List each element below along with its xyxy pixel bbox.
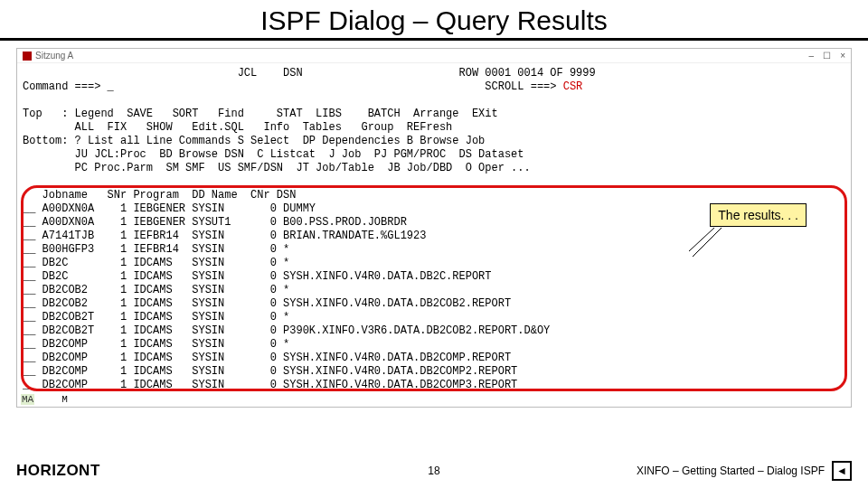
callout-box: The results. . . (710, 203, 807, 227)
slide-root: ISPF Dialog – Query Results Sitzung A – … (0, 0, 868, 488)
scroll-label: SCROLL ===> (485, 80, 562, 93)
close-button[interactable]: × (840, 51, 845, 61)
hdr-dsn-label: DSN (283, 67, 303, 80)
scroll-value[interactable]: CSR (563, 80, 583, 93)
bottom-actions-2[interactable]: JU JCL:Proc BD Browse DSN C Listcat J Jo… (23, 148, 524, 161)
table-row[interactable]: __ DB2COMP 1 IDCAMS SYSIN 0 SYSH.XINFO.V… (23, 352, 511, 364)
callout-text: The results. . . (718, 208, 798, 222)
table-row[interactable]: __ DB2C 1 IDCAMS SYSIN 0 * (23, 257, 289, 269)
session-label: Sitzung A (35, 51, 73, 61)
brand-label: HORIZONT (16, 462, 100, 480)
status-ma: MA (21, 394, 34, 405)
bottom-actions-3[interactable]: PC Proc.Parm SM SMF US SMF/DSN JT Job/Ta… (23, 162, 531, 174)
table-row[interactable]: __ DB2C 1 IDCAMS SYSIN 0 SYSH.XINFO.V4R0… (23, 270, 491, 283)
row-info: ROW 0001 0014 OF 9999 (459, 67, 596, 80)
slide-title: ISPF Dialog – Query Results (0, 0, 868, 38)
maximize-button[interactable]: ☐ (823, 51, 831, 61)
bottom-actions-1[interactable]: Bottom: ? List all Line Commands S Selec… (23, 135, 485, 147)
footer-caption: XINFO – Getting Started – Dialog ISPF (637, 465, 825, 477)
table-row[interactable]: __ DB2COB2 1 IDCAMS SYSIN 0 SYSH.XINFO.V… (23, 297, 511, 310)
status-bar: MA M (17, 394, 851, 407)
minimize-button[interactable]: – (809, 51, 815, 61)
column-headers: Jobname SNr Program DD Name CNr DSN (23, 189, 296, 202)
terminal-body: JCL DSN ROW 0001 0014 OF 9999 Command ==… (17, 63, 851, 394)
table-row[interactable]: __ B00HGFP3 1 IEFBR14 SYSIN 0 * (23, 243, 289, 256)
title-rule (0, 38, 868, 41)
table-row[interactable]: __ DB2COMP 1 IDCAMS SYSIN 0 * (23, 338, 289, 351)
callout-tail-icon (687, 226, 723, 262)
table-row[interactable]: __ DB2COB2T 1 IDCAMS SYSIN 0 P390K.XINFO… (23, 324, 550, 337)
prev-slide-icon[interactable]: ◄ (832, 461, 852, 481)
session-icon (23, 52, 32, 61)
table-row[interactable]: __ A00DXN0A 1 IEBGENER SYSUT1 0 B00.PSS.… (23, 216, 407, 229)
hdr-jcl-label: JCL (238, 67, 258, 80)
slide-footer: HORIZONT 18 XINFO – Getting Started – Di… (0, 461, 868, 481)
table-row[interactable]: __ DB2COB2T 1 IDCAMS SYSIN 0 * (23, 311, 289, 324)
top-actions-2[interactable]: ALL FIX SHOW Edit.SQL Info Tables Group … (23, 121, 452, 134)
hdr-jcl (23, 67, 238, 80)
command-line[interactable]: Command ===> _ (23, 80, 114, 93)
table-row[interactable]: __ A00DXN0A 1 IEBGENER SYSIN 0 DUMMY (23, 202, 316, 215)
status-m: M (61, 394, 68, 405)
terminal-window: Sitzung A – ☐ × JCL DSN ROW 0001 0014 OF… (16, 48, 852, 408)
table-row[interactable]: __ A7141TJB 1 IEFBR14 SYSIN 0 BRIAN.TRAN… (23, 230, 426, 242)
window-titlebar: Sitzung A – ☐ × (17, 49, 851, 63)
page-number: 18 (428, 465, 439, 477)
table-row[interactable]: __ DB2COMP 1 IDCAMS SYSIN 0 SYSH.XINFO.V… (23, 365, 517, 378)
table-row[interactable]: __ DB2COMP 1 IDCAMS SYSIN 0 SYSH.XINFO.V… (23, 379, 517, 391)
top-actions-1[interactable]: Top : Legend SAVE SORT Find STAT LIBS BA… (23, 108, 498, 120)
table-row[interactable]: __ DB2COB2 1 IDCAMS SYSIN 0 * (23, 284, 289, 296)
